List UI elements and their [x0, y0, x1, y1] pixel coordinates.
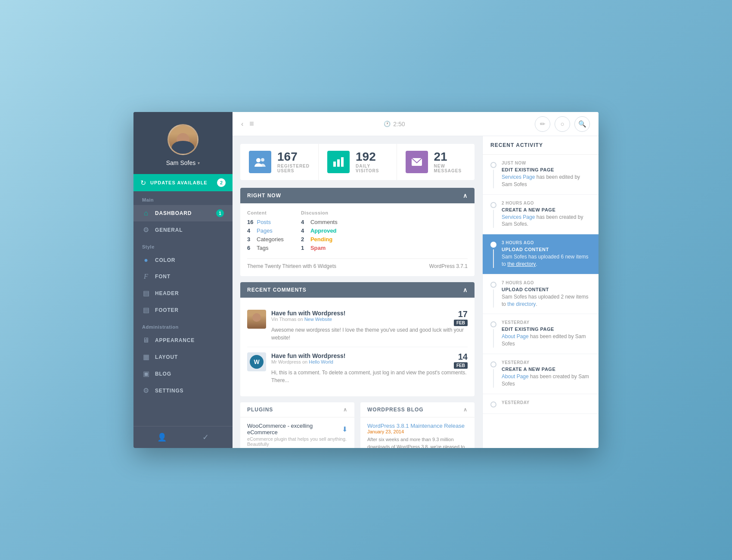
- activity-link-6[interactable]: About Page: [502, 373, 529, 380]
- activity-body-1: JUST NOW EDIT EXISTING PAGE Services Pag…: [502, 161, 591, 188]
- style-section-label: Style: [133, 238, 233, 252]
- sidebar-item-dashboard[interactable]: ⌂ DASHBOARD 1: [133, 205, 233, 221]
- wp-avatar-icon: W: [250, 355, 264, 369]
- activity-dot-5: [490, 321, 496, 327]
- sidebar-item-header[interactable]: ▤ HEADER: [133, 285, 233, 302]
- sidebar-item-layout[interactable]: ▦ LAYOUT: [133, 348, 233, 365]
- activity-desc-2: Services Page has been created by Sam So…: [502, 214, 591, 228]
- recent-comments-panel: RECENT COMMENTS ∧ Have fun with Wor: [240, 282, 475, 396]
- commenter-avatar-person: [247, 310, 266, 329]
- comment-body-1: Have fun with Wordpress! Vin Thomas on N…: [271, 310, 468, 342]
- stat-info-users: 167 REGISTERED USERS: [277, 151, 310, 173]
- activity-dot-col-4: [490, 280, 496, 308]
- activity-dot-col-6: [490, 360, 496, 388]
- right-now-collapse-icon[interactable]: ∧: [463, 192, 468, 199]
- sidebar-item-footer[interactable]: ▤ FOOTER: [133, 302, 233, 318]
- sidebar-item-blog[interactable]: ▣ BLOG: [133, 365, 233, 382]
- activity-item-4: 7 HOURS AGO UPLOAD CONTENT Sam Sofes has…: [483, 274, 599, 314]
- svg-rect-4: [341, 157, 344, 167]
- activity-desc-3: Sam Sofes has uploaded 6 new items to th…: [502, 253, 591, 268]
- sidebar-checkmark-icon[interactable]: ✓: [202, 432, 209, 442]
- activity-dot-2: [490, 202, 496, 208]
- plugins-collapse-icon[interactable]: ∧: [343, 407, 347, 413]
- pages-row: 4 Pages: [247, 227, 284, 234]
- svg-rect-2: [333, 162, 336, 167]
- sidebar: Sam Sofes ▾ ↻ UPDATES AVAILABLE 2 Main ⌂…: [133, 112, 233, 448]
- activity-link-5[interactable]: About Page: [502, 333, 529, 339]
- users-icon: [254, 157, 266, 167]
- activity-dot-col-1: [490, 161, 496, 188]
- comment-body-2: Have fun with Wordpress! Mr Wordpress on…: [271, 352, 468, 384]
- visitors-label: DAILY VISITORS: [356, 164, 388, 173]
- stat-info-messages: 21 NEW MESSAGES: [434, 151, 466, 173]
- activity-body-6: YESTERDAY CREATE A NEW PAGE About Page h…: [502, 360, 591, 388]
- envelope-icon: [412, 158, 422, 166]
- clock-icon: 🕐: [384, 121, 391, 127]
- activity-desc-5: About Page has been edited by Sam Sofes: [502, 333, 591, 348]
- wp-blog-collapse-icon[interactable]: ∧: [463, 407, 468, 413]
- activity-panel-header: RECENT ACTIVITY: [483, 136, 599, 155]
- sidebar-item-font[interactable]: F FONT: [133, 268, 233, 285]
- comment-header-row-1: Have fun with Wordpress! Vin Thomas on N…: [271, 310, 468, 326]
- updates-bar[interactable]: ↻ UPDATES AVAILABLE 2: [133, 174, 233, 191]
- comment-title-1: Have fun with Wordpress!: [271, 310, 345, 317]
- comment-header-row-2: Have fun with Wordpress! Mr Wordpress on…: [271, 352, 468, 369]
- sidebar-profile-icon[interactable]: 👤: [157, 432, 167, 442]
- spam-count: 1: [301, 245, 307, 251]
- recent-comments-body: Have fun with Wordpress! Vin Thomas on N…: [240, 298, 475, 396]
- sidebar-item-settings[interactable]: ⚙ SETTINGS: [133, 382, 233, 399]
- activity-link-2[interactable]: Services Page: [502, 214, 535, 220]
- activity-link-3[interactable]: the directory: [507, 261, 536, 267]
- layout-icon: ▦: [142, 353, 150, 361]
- approved-row: 4 Approved: [301, 227, 338, 234]
- sidebar-item-general[interactable]: ⚙ GENERAL: [133, 221, 233, 238]
- comment-link-2[interactable]: Hello World: [309, 359, 333, 364]
- activity-link-1[interactable]: Services Page: [502, 174, 535, 180]
- comments-row: 4 Comments: [301, 219, 338, 225]
- user-name-display[interactable]: Sam Sofes ▾: [166, 159, 200, 166]
- plugin-row-1: WooCommerce - excelling eCommerce ⬇: [247, 423, 347, 436]
- activity-body-7: YESTERDAY: [502, 400, 530, 408]
- avatar-area: Sam Sofes ▾: [133, 112, 233, 174]
- home-icon: ⌂: [142, 209, 150, 217]
- stat-card-visitors: 192 DAILY VISITORS: [319, 144, 397, 180]
- topbar-menu-icon[interactable]: ≡: [249, 119, 254, 128]
- spam-label: Spam: [310, 245, 326, 251]
- posts-link[interactable]: Posts: [257, 219, 271, 225]
- comments-label: Comments: [310, 219, 338, 225]
- topbar-notification-button[interactable]: ○: [555, 116, 570, 132]
- comment-link-1[interactable]: New Website: [304, 317, 332, 322]
- activity-time-1: JUST NOW: [502, 161, 591, 165]
- sidebar-item-color[interactable]: ● COLOR: [133, 252, 233, 268]
- updates-label: UPDATES AVAILABLE: [150, 180, 213, 185]
- comment-title-col-1: Have fun with Wordpress! Vin Thomas on N…: [271, 310, 345, 324]
- topbar-edit-button[interactable]: ✏: [535, 116, 550, 132]
- pages-link[interactable]: Pages: [257, 227, 273, 234]
- header-icon: ▤: [142, 289, 150, 297]
- activity-line-3: [493, 249, 494, 268]
- topbar-search-button[interactable]: 🔍: [574, 116, 590, 132]
- user-chevron-icon: ▾: [198, 161, 200, 165]
- activity-item-5: YESTERDAY EDIT EXISTING PAGE About Page …: [483, 314, 599, 354]
- topbar-time: 2:50: [393, 121, 405, 128]
- footer-label: FOOTER: [155, 307, 224, 313]
- activity-action-6: CREATE A NEW PAGE: [502, 367, 591, 372]
- wp-blog-item-1: WordPress 3.8.1 Maintenance Release Janu…: [367, 423, 468, 448]
- categories-count: 3: [247, 236, 253, 243]
- activity-time-5: YESTERDAY: [502, 320, 591, 325]
- topbar-back-chevron[interactable]: ‹: [241, 120, 243, 128]
- font-label: FONT: [155, 274, 224, 280]
- recent-comments-collapse-icon[interactable]: ∧: [463, 286, 468, 293]
- comments-count: 4: [301, 219, 307, 225]
- activity-line-2: [493, 210, 494, 228]
- plugins-panel: PLUGINS ∧ WooCommerce - excelling eComme…: [240, 402, 354, 448]
- activity-dot-4: [490, 282, 496, 288]
- settings-label: SETTINGS: [155, 388, 224, 394]
- wp-blog-post-title[interactable]: WordPress 3.8.1 Maintenance Release: [367, 423, 468, 429]
- wp-blog-header: WORDPRESS BLOG ∧: [360, 402, 475, 417]
- sidebar-item-appearance[interactable]: 🖥 APPEARANCE: [133, 332, 233, 348]
- activity-link-4[interactable]: the directory: [507, 301, 536, 307]
- general-label: GENERAL: [155, 227, 224, 233]
- activity-action-3: UPLOAD CONTENT: [502, 247, 591, 252]
- plugin-download-1[interactable]: ⬇: [342, 425, 347, 433]
